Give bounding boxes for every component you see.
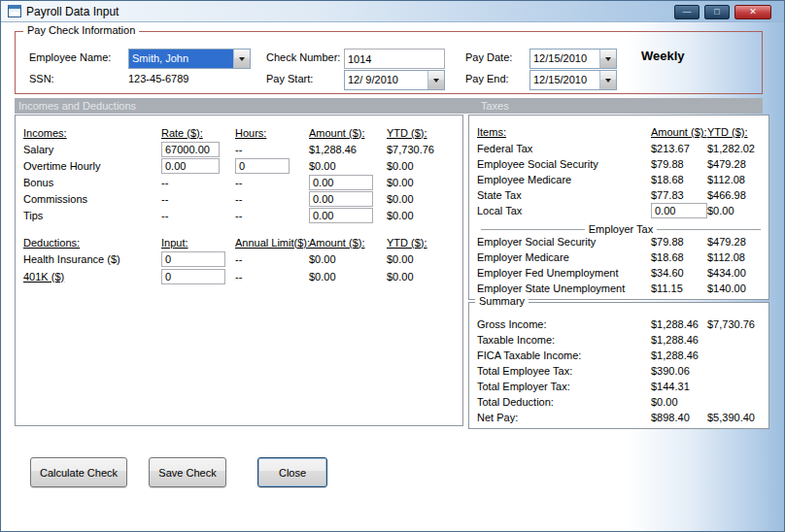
overtime-rate-input[interactable] xyxy=(161,158,220,174)
local-tax-input[interactable] xyxy=(651,203,707,218)
total-employer-tax-label: Total Employer Tax: xyxy=(477,381,651,392)
employee-ss-amount: $79.88 xyxy=(651,158,707,170)
pay-date-picker[interactable]: 12/15/2010 xyxy=(529,49,617,69)
employee-name-combo[interactable]: Smith, John xyxy=(128,49,251,69)
salary-rate-input[interactable] xyxy=(161,142,220,157)
commissions-rate: -- xyxy=(161,193,235,205)
employer-ss-row: Employer Social Security $79.88 $479.28 xyxy=(477,234,765,249)
commissions-hours: -- xyxy=(235,193,309,205)
app-icon xyxy=(8,5,21,17)
tips-rate: -- xyxy=(161,210,235,221)
employee-medicare-row: Employee Medicare $18.68 $112.08 xyxy=(477,172,765,187)
employer-ss-ytd: $479.28 xyxy=(707,236,765,248)
gross-income-ytd: $7,730.76 xyxy=(707,318,765,330)
employee-name-dropdown-icon[interactable] xyxy=(233,50,250,68)
employee-name-value: Smith, John xyxy=(129,50,233,68)
salary-row: Salary -- $1,288.46 $7,730.76 xyxy=(23,141,459,157)
state-tax-label: State Tax xyxy=(477,189,651,201)
commissions-amount-input[interactable] xyxy=(309,191,373,207)
401k-amount: $0.00 xyxy=(309,271,387,283)
pay-end-label: Pay End: xyxy=(465,73,509,84)
gross-income-amount: $1,288.46 xyxy=(651,318,707,330)
window-controls: — □ ✕ xyxy=(674,5,771,19)
401k-row: 401K ($) -- $0.00 $0.00 xyxy=(23,268,459,284)
pay-end-picker[interactable]: 12/15/2010 xyxy=(529,70,617,90)
net-pay-row: Net Pay: $898.40 $5,390.40 xyxy=(477,410,765,425)
employer-medicare-label: Employer Medicare xyxy=(477,251,651,263)
health-insurance-ytd: $0.00 xyxy=(387,253,459,265)
total-employer-tax-row: Total Employer Tax: $144.31 xyxy=(477,379,765,394)
close-button[interactable]: ✕ xyxy=(734,5,771,19)
tax-amount-col-header: Amount ($): xyxy=(651,126,707,138)
close-icon: ✕ xyxy=(749,7,757,17)
save-check-button[interactable]: Save Check xyxy=(149,457,226,487)
employee-medicare-ytd: $112.08 xyxy=(707,174,765,185)
401k-link[interactable]: 401K ($) xyxy=(23,271,161,283)
calculate-check-button[interactable]: Calculate Check xyxy=(30,457,127,487)
pay-date-label: Pay Date: xyxy=(465,51,512,63)
federal-tax-amount: $213.67 xyxy=(651,143,707,154)
health-insurance-label: Health Insurance ($) xyxy=(23,253,161,265)
pay-frequency-label: Weekly xyxy=(641,49,685,63)
state-tax-ytd: $466.98 xyxy=(707,189,765,201)
pay-date-dropdown-icon[interactable] xyxy=(599,50,616,68)
items-col-header: Items: xyxy=(477,126,651,138)
employee-ss-label: Employee Social Security xyxy=(477,158,651,170)
summary-legend: Summary xyxy=(475,295,529,307)
salary-label: Salary xyxy=(23,144,161,155)
employee-ss-row: Employee Social Security $79.88 $479.28 xyxy=(477,156,765,172)
tips-label: Tips xyxy=(23,210,161,221)
health-insurance-input[interactable] xyxy=(161,251,225,267)
pay-start-picker[interactable]: 12/ 9/2010 xyxy=(344,70,445,90)
employer-fed-unemployment-ytd: $434.00 xyxy=(707,267,765,279)
salary-amount: $1,288.46 xyxy=(309,144,387,155)
check-number-label: Check Number: xyxy=(266,51,340,63)
federal-tax-ytd: $1,282.02 xyxy=(707,143,765,154)
check-number-input[interactable] xyxy=(344,49,445,69)
local-tax-row: Local Tax $0.00 xyxy=(477,203,765,218)
employee-medicare-amount: $18.68 xyxy=(651,174,707,185)
rate-col-header: Rate ($): xyxy=(161,127,235,139)
health-insurance-amount: $0.00 xyxy=(309,253,387,265)
401k-input[interactable] xyxy=(161,269,225,284)
commissions-ytd: $0.00 xyxy=(387,193,459,205)
deductions-header-row: Deductions: Input: Annual Limit($): Amou… xyxy=(23,234,459,250)
pay-start-dropdown-icon[interactable] xyxy=(427,71,444,89)
tips-row: Tips -- -- $0.00 xyxy=(23,207,459,223)
employer-medicare-row: Employer Medicare $18.68 $112.08 xyxy=(477,249,765,265)
total-employee-tax-row: Total Employee Tax: $390.06 xyxy=(477,363,765,379)
total-employee-tax-amount: $390.06 xyxy=(651,365,707,377)
minimize-button[interactable]: — xyxy=(674,5,700,19)
health-insurance-row: Health Insurance ($) -- $0.00 $0.00 xyxy=(23,250,459,267)
employer-fed-unemployment-amount: $34.60 xyxy=(651,267,707,279)
tips-amount-input[interactable] xyxy=(309,208,373,223)
payroll-window: Payroll Data Input — □ ✕ Pay Check Infor… xyxy=(0,0,785,532)
total-employer-tax-amount: $144.31 xyxy=(651,381,707,392)
taxes-section-header: Taxes xyxy=(481,100,509,112)
paycheck-info-legend: Pay Check Information xyxy=(23,24,139,36)
titlebar: Payroll Data Input — □ ✕ xyxy=(1,1,784,22)
incomes-header-row: Incomes: Rate ($): Hours: Amount ($): YT… xyxy=(23,124,459,141)
window-title: Payroll Data Input xyxy=(26,5,119,18)
maximize-icon: □ xyxy=(714,7,719,17)
bonus-amount-input[interactable] xyxy=(309,175,373,190)
maximize-button[interactable]: □ xyxy=(704,5,730,19)
local-tax-ytd: $0.00 xyxy=(707,205,765,216)
incomes-col-header: Incomes: xyxy=(23,127,161,139)
overtime-hours-input[interactable] xyxy=(235,158,290,174)
fica-taxable-income-label: FICA Taxable Income: xyxy=(477,349,651,361)
incomes-deductions-section-header: Incomes and Deductions xyxy=(18,100,136,112)
close-form-button[interactable]: Close xyxy=(257,457,327,487)
section-header-bar: Incomes and Deductions Taxes xyxy=(15,98,763,114)
bonus-hours: -- xyxy=(235,177,309,188)
employer-state-unemployment-row: Employer State Unemployment $11.15 $140.… xyxy=(477,281,765,296)
pay-end-dropdown-icon[interactable] xyxy=(599,71,616,89)
bonus-rate: -- xyxy=(161,177,235,188)
bonus-ytd: $0.00 xyxy=(387,177,459,188)
local-tax-label: Local Tax xyxy=(477,205,651,216)
federal-tax-row: Federal Tax $213.67 $1,282.02 xyxy=(477,141,765,156)
tax-ytd-col-header: YTD ($): xyxy=(707,126,765,138)
deduction-amount-col-header: Amount ($): xyxy=(309,237,387,249)
input-col-header: Input: xyxy=(161,237,235,249)
total-deduction-row: Total Deduction: $0.00 xyxy=(477,394,765,410)
